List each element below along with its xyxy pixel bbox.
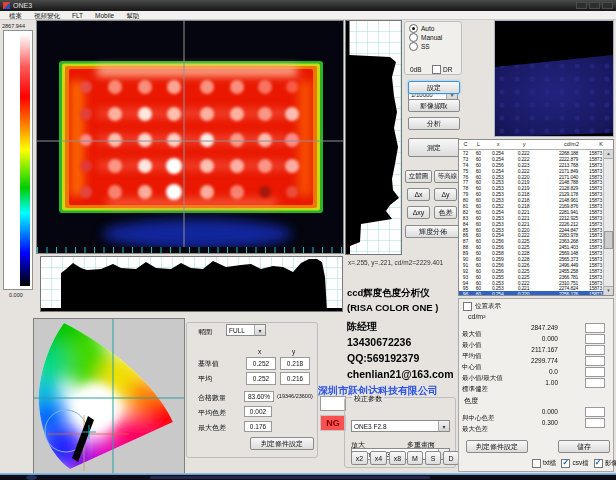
scroll-up-icon[interactable]: ▲	[604, 150, 613, 159]
range-row: 基準值 0.252 0.218	[186, 356, 318, 371]
scrollbar-thumb[interactable]	[604, 231, 613, 249]
stat-input[interactable]	[585, 367, 605, 377]
taskbar[interactable]	[0, 475, 616, 480]
colorbar-panel	[3, 30, 33, 290]
contact-qq: QQ:569192379	[347, 352, 419, 364]
stat-input[interactable]	[585, 378, 605, 388]
contour-button[interactable]: 等高線	[434, 170, 461, 183]
value-y[interactable]: 0.218	[280, 357, 310, 370]
luminance-distribution-button[interactable]: 輝度分佈	[405, 225, 461, 238]
capture-mode-radio[interactable]: Manual	[409, 33, 442, 42]
zoom-button[interactable]: x2	[351, 451, 368, 465]
camera-preview	[494, 20, 614, 137]
stat-input[interactable]	[585, 334, 605, 344]
stat-row: 與中心色差 0.000	[462, 406, 610, 417]
cie-chromaticity-diagram[interactable]	[33, 318, 185, 474]
zoom-label: 放大	[351, 440, 365, 450]
capture-mode-radio[interactable]: Auto	[409, 24, 442, 33]
multi-screen-buttons: MSD	[407, 451, 459, 465]
multi-screen-button[interactable]: D	[443, 451, 459, 465]
multi-screen-button[interactable]: S	[425, 451, 441, 465]
stat-input[interactable]	[585, 407, 605, 417]
delta-x-button[interactable]: Δx	[407, 188, 430, 201]
range-rows: 基準值 0.252 0.218 平均 0.252 0.216	[186, 356, 318, 386]
judge-condition-button[interactable]: 判定條件設定	[250, 437, 314, 450]
range-col-x: x	[258, 348, 261, 355]
minimize-button[interactable]	[576, 2, 587, 9]
range-row: 平均 0.252 0.216	[186, 371, 318, 386]
zoom-button[interactable]: x8	[389, 451, 406, 465]
close-button[interactable]	[602, 2, 613, 9]
max-color-diff-value[interactable]: 0.176	[244, 421, 272, 432]
stat-row: 最小值 0.000	[462, 333, 610, 344]
multi-screen-button[interactable]: M	[407, 451, 423, 465]
value-x[interactable]: 0.252	[246, 372, 276, 385]
menu-item[interactable]: 視頻變化	[28, 11, 66, 19]
file-type-checkbox[interactable]: csv檔	[561, 459, 588, 468]
file-type-checkbox[interactable]: txt檔	[532, 459, 556, 468]
table-body: 72 60 0.254 0.222 2268.188 15873 73 60 0…	[459, 150, 604, 295]
pass-count-label: 合格數量	[198, 393, 226, 403]
dr-checkbox-row[interactable]: DR	[432, 65, 452, 74]
maximize-button[interactable]	[589, 2, 600, 9]
colorbar-gradient	[20, 34, 30, 286]
set-button[interactable]: 設定	[408, 81, 460, 94]
checkbox-icon	[532, 459, 541, 468]
solid-view-button[interactable]: 立體圖	[405, 170, 432, 183]
color-diff-button[interactable]: 色差	[434, 206, 457, 219]
position-display-checkbox[interactable]: 位置表示	[463, 302, 501, 311]
file-type-checkbox[interactable]: 影像檔	[594, 459, 616, 468]
start-orb-icon[interactable]	[26, 475, 37, 480]
chroma-stats: 與中心色差 0.000 最大色差 0.300	[462, 406, 610, 428]
taskbar-window-button[interactable]	[150, 476, 430, 479]
product-title: ccd辉度色度分析仪	[347, 287, 430, 300]
pass-count-note: (19346/23600)	[277, 393, 313, 399]
menu-item[interactable]: 檔案	[3, 11, 28, 19]
stat-input[interactable]	[585, 356, 605, 366]
menu-item[interactable]: FLT	[66, 11, 89, 19]
file-type-checkboxes: txt檔 csv檔 影像檔	[532, 459, 616, 468]
calibration-title: 校正参数	[352, 394, 384, 404]
menu-item[interactable]: 幫助	[120, 11, 145, 19]
ng-status-badge: NG	[320, 415, 346, 431]
judge-condition-button-2[interactable]: 判定條件設定	[466, 440, 528, 453]
colorbar-min-value: 0.000	[9, 292, 23, 298]
save-button[interactable]: 儲存	[558, 440, 610, 453]
calibration-param1-select[interactable]: ONE3 F2.8	[351, 420, 450, 432]
stat-input[interactable]	[585, 418, 605, 428]
stat-row: 平均值 2117.167	[462, 344, 610, 355]
stat-input[interactable]	[585, 345, 605, 355]
table-row[interactable]: 96 60 0.254 0.220 2256.176 15873	[459, 291, 604, 295]
colorbar-max-value: 2867.944	[2, 23, 25, 29]
value-y[interactable]: 0.216	[280, 372, 310, 385]
value-x[interactable]: 0.252	[246, 357, 276, 370]
delta-y-button[interactable]: Δy	[434, 188, 457, 201]
avg-color-diff-value[interactable]: 0.002	[244, 406, 272, 417]
pass-count-value[interactable]: 83.60%	[244, 391, 274, 402]
capture-mode-radio[interactable]: SS	[409, 42, 442, 51]
delta-xy-button[interactable]: Δxy	[407, 206, 430, 219]
luminance-stats: 最大值 2847.249 最小值 0.000 平均值 2117.167 中心值 …	[462, 322, 610, 388]
scroll-down-icon[interactable]: ▼	[604, 286, 613, 295]
analyze-button[interactable]: 分析	[408, 117, 460, 130]
table-scrollbar[interactable]: ▲ ▼	[603, 150, 613, 295]
multi-screen-label: 多重畫面	[407, 440, 435, 450]
range-col-y: y	[292, 348, 295, 355]
stat-row: 最小值/最大值 0.0	[462, 366, 610, 377]
contact-phone: 13430672236	[347, 336, 411, 348]
range-label: 範圍	[198, 327, 212, 337]
gain-label: 0dB	[410, 66, 422, 73]
menu-item[interactable]: Mobile	[89, 11, 120, 19]
stat-row: 中心值 2299.774	[462, 355, 610, 366]
range-select[interactable]: FULL	[226, 324, 266, 336]
max-color-diff-label: 最大色差	[198, 423, 226, 433]
measure-button[interactable]: 測定	[408, 138, 460, 157]
menu-bar: 檔案視頻變化FLTMobile幫助	[0, 11, 616, 20]
image-capture-button[interactable]: 影像擷取	[408, 99, 460, 112]
vertical-luminance-profile	[345, 20, 402, 255]
zoom-button[interactable]: x4	[370, 451, 387, 465]
luminance-heatmap[interactable]	[36, 20, 344, 254]
capture-mode-radios: Auto Manual SS	[409, 24, 442, 51]
stat-input[interactable]	[585, 323, 605, 333]
cursor-readout: x=.255, y=.221, cd/m2=2229.401	[348, 259, 463, 266]
